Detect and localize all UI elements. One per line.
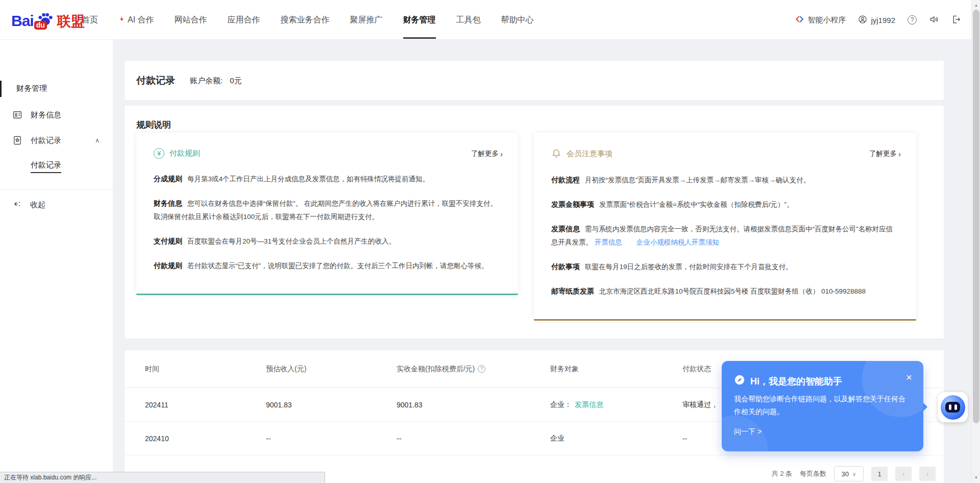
rule-paragraph: 邮寄纸质发票北京市海淀区西北旺东路10号院百度科技园5号楼 百度联盟财务组（收）… bbox=[551, 284, 899, 298]
sidebar-section-finance[interactable]: 财务管理 bbox=[16, 84, 47, 93]
cell-estimated: 9001.83 bbox=[266, 401, 397, 409]
cell-target: 企业 bbox=[550, 434, 682, 443]
user-account[interactable]: jyj1992 bbox=[858, 15, 895, 26]
assistant-message: 我会帮助您诊断合作链路问题，以及解答您关于任何合作相关的问题。 bbox=[734, 393, 908, 418]
nav-item-search[interactable]: 搜索业务合作 bbox=[281, 0, 330, 40]
cell-actual: 9001.83 bbox=[397, 401, 550, 409]
pagination-bar: 共 2 条 每页条数 30 ∨ 1 ‹ › bbox=[772, 466, 936, 482]
chevron-right-icon: › bbox=[500, 151, 503, 157]
rule-label: 发票金额事项 bbox=[551, 200, 594, 208]
help-icon[interactable]: ? bbox=[908, 15, 917, 25]
rules-panel: 规则说明 ¥ 付款规则 了解更多 › 分成规则每月第3或4个工作日产出上月分成信… bbox=[125, 106, 944, 339]
rule-label: 付款规则 bbox=[154, 261, 182, 270]
ask-now-link[interactable]: 问一下 > bbox=[734, 427, 762, 437]
nav-item-toolkit[interactable]: 工具包 bbox=[456, 0, 481, 40]
top-nav: Bai du 联盟 首页 AI 合作 网站合作 应用合作 搜索业务合作 聚屏推广 bbox=[0, 0, 980, 40]
paw-icon: du bbox=[35, 10, 56, 30]
collapse-left-icon bbox=[12, 199, 22, 210]
invoice-info-table-link[interactable]: 发票信息 bbox=[575, 400, 603, 408]
nav-item-home[interactable]: 首页 bbox=[82, 0, 98, 40]
nav-item-website[interactable]: 网站合作 bbox=[175, 0, 207, 40]
rules-section-title: 规则说明 bbox=[136, 119, 171, 131]
member-notes-more-link[interactable]: 了解更多 › bbox=[869, 149, 901, 158]
payment-rules-more-link[interactable]: 了解更多 › bbox=[471, 149, 503, 158]
payment-rules-card: ¥ 付款规则 了解更多 › 分成规则每月第3或4个工作日产出上月分成信息及发票信… bbox=[136, 133, 518, 295]
popup-pointer bbox=[923, 402, 927, 412]
rule-label: 发票信息 bbox=[551, 225, 580, 233]
compass-icon bbox=[734, 374, 745, 388]
member-notes-card: 会员注意事项 了解更多 › 付款流程月初按“发票信息”页面开具发票→上传发票→邮… bbox=[534, 133, 916, 321]
balance-value: 0元 bbox=[230, 76, 241, 85]
sidebar-item-payment-records[interactable]: 付款记录 ∧ bbox=[0, 132, 113, 149]
diamond-icon bbox=[795, 15, 804, 25]
nav-item-finance[interactable]: 财务管理 bbox=[403, 0, 436, 40]
question-circle-icon[interactable]: ? bbox=[478, 365, 485, 373]
rule-paragraph: 分成规则每月第3或4个工作日产出上月分成信息及发票信息，如有特殊情况将提前通知。 bbox=[154, 172, 501, 186]
close-icon[interactable]: × bbox=[906, 372, 912, 382]
bell-icon bbox=[551, 148, 561, 160]
member-notes-card-header: 会员注意事项 bbox=[551, 148, 899, 160]
nav-item-ai[interactable]: AI 合作 bbox=[118, 0, 154, 40]
column-header-actual: 实收金额(扣除税费后/元) ? bbox=[397, 365, 550, 374]
assistant-greeting: Hi，我是您的智能助手 bbox=[750, 375, 842, 388]
scrollbar-thumb[interactable] bbox=[973, 10, 979, 423]
robot-avatar-icon bbox=[941, 395, 965, 420]
chevron-down-icon: ∨ bbox=[852, 471, 856, 477]
logout-icon[interactable] bbox=[951, 14, 962, 26]
rule-label: 付款事项 bbox=[551, 262, 580, 271]
flame-icon bbox=[118, 15, 125, 25]
rule-paragraph: 发票金额事项发票票面“价税合计”金额=系统中“实收金额（扣除税费后/元）”。 bbox=[551, 198, 899, 211]
logo-text-bai: Bai bbox=[11, 12, 34, 30]
mini-program-link[interactable]: 智能小程序 bbox=[795, 15, 846, 25]
rule-paragraph: 付款事项联盟在每月19日之后签收的发票，付款时间安排在下个月首批支付。 bbox=[551, 260, 899, 274]
baidu-union-logo[interactable]: Bai du 联盟 bbox=[11, 10, 85, 30]
account-balance: 账户余额: 0元 bbox=[190, 76, 242, 86]
id-card-icon bbox=[12, 110, 22, 120]
balance-label: 账户余额: bbox=[190, 76, 223, 85]
cell-time: 202411 bbox=[145, 401, 266, 409]
column-header-time: 时间 bbox=[145, 365, 266, 374]
small-taxpayer-notice-link[interactable]: 企业小规模纳税人开票须知 bbox=[636, 238, 719, 246]
sidebar-collapse-button[interactable]: 收起 bbox=[12, 199, 45, 210]
chevron-right-icon: › bbox=[898, 151, 901, 157]
nav-item-help[interactable]: 帮助中心 bbox=[501, 0, 534, 40]
cell-time: 202410 bbox=[145, 434, 266, 443]
sidebar: 财务管理 财务信息 付款记录 ∧ 付款记录 收起 bbox=[0, 40, 113, 483]
page-header-panel: 付款记录 账户余额: 0元 bbox=[125, 61, 944, 100]
sidebar-subitem-payment-records-active[interactable]: 付款记录 bbox=[31, 160, 61, 170]
chevron-up-icon[interactable]: ∧ bbox=[95, 137, 100, 144]
next-page-button[interactable]: › bbox=[919, 467, 936, 481]
column-header-estimated: 预估收入(元) bbox=[266, 365, 397, 374]
active-nav-underline bbox=[403, 37, 436, 39]
rule-label: 付款流程 bbox=[551, 176, 580, 184]
sidebar-divider bbox=[0, 189, 113, 190]
per-page-label: 每页条数 bbox=[800, 469, 826, 478]
page-title: 付款记录 bbox=[136, 74, 175, 87]
browser-status-bubble: 正在等待 xlab.baidu.com 的响应... bbox=[0, 472, 325, 483]
rule-paragraph: 发票信息需与系统内发票信息内容完全一致，否则无法支付。请根据发票信息页面中“百度… bbox=[551, 222, 899, 249]
speaker-icon[interactable] bbox=[929, 14, 939, 26]
nav-item-app[interactable]: 应用合作 bbox=[228, 0, 260, 40]
sidebar-item-finance-info[interactable]: 财务信息 bbox=[0, 107, 113, 123]
member-notes-card-title: 会员注意事项 bbox=[567, 149, 612, 159]
scroll-up-icon[interactable]: ▲ bbox=[972, 1, 980, 10]
user-icon bbox=[858, 15, 867, 26]
payment-rules-card-header: ¥ 付款规则 bbox=[154, 148, 501, 159]
sidebar-active-indicator bbox=[0, 81, 2, 97]
prev-page-button[interactable]: ‹ bbox=[895, 467, 912, 481]
assistant-header: Hi，我是您的智能助手 bbox=[734, 374, 842, 388]
page-number-button[interactable]: 1 bbox=[871, 467, 888, 481]
rule-paragraph: 财务信息您可以在财务信息中选择“保留付款”。 在此期间您产生的收入将在账户内进行… bbox=[154, 197, 501, 224]
rule-label: 邮寄纸质发票 bbox=[551, 287, 594, 295]
per-page-select[interactable]: 30 ∨ bbox=[834, 466, 864, 481]
invoice-info-link[interactable]: 开票信息 bbox=[595, 238, 622, 246]
yen-circle-icon: ¥ bbox=[154, 148, 164, 159]
cell-estimated: -- bbox=[266, 434, 397, 443]
total-count: 共 2 条 bbox=[772, 469, 792, 478]
assistant-robot-button[interactable] bbox=[938, 392, 968, 422]
vertical-scrollbar[interactable]: ▲ ▼ bbox=[971, 0, 980, 483]
scroll-down-icon[interactable]: ▼ bbox=[972, 473, 980, 482]
username: jyj1992 bbox=[871, 16, 895, 25]
nav-right-cluster: 智能小程序 jyj1992 ? bbox=[795, 0, 962, 40]
nav-item-screen[interactable]: 聚屏推广 bbox=[350, 0, 383, 40]
